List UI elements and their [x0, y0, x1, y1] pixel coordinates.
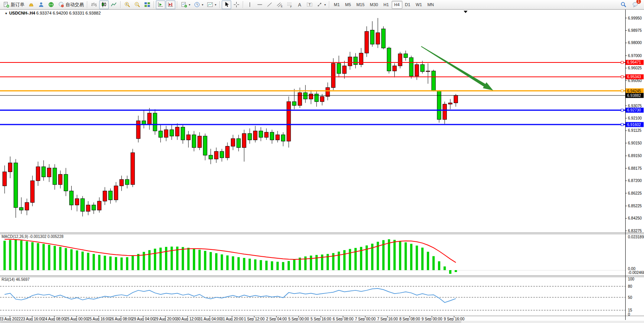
line-chart-button[interactable]: [109, 0, 119, 9]
timeframe-M30[interactable]: M30: [367, 1, 381, 9]
auto-scroll-button[interactable]: [156, 0, 165, 9]
horizontal-line-tool-button[interactable]: [255, 0, 265, 9]
timeframe-M1[interactable]: M1: [331, 1, 342, 9]
chart-dropdown-icon[interactable]: ▼: [5, 12, 8, 15]
trendline-tool-button[interactable]: [265, 0, 275, 9]
svg-text:24 Aug 08:00: 24 Aug 08:00: [43, 317, 66, 321]
level-line-handle[interactable]: [621, 75, 623, 78]
svg-text:6.97000: 6.97000: [628, 54, 642, 58]
svg-text:6.87200: 6.87200: [628, 179, 642, 183]
svg-text:23 Aug 2022: 23 Aug 2022: [0, 317, 21, 321]
crosshair-tool-button[interactable]: [232, 0, 241, 9]
text-tool-button[interactable]: A: [295, 0, 304, 9]
level-line-handle[interactable]: [621, 109, 623, 111]
chart-shift-button[interactable]: [166, 0, 175, 9]
timeframe-M15[interactable]: M15: [354, 1, 367, 9]
svg-text:6.91125: 6.91125: [628, 128, 642, 133]
autotrade-label: 自动交易: [65, 2, 84, 8]
svg-text:8 Sep 08:00: 8 Sep 08:00: [399, 317, 420, 321]
zoom-out-button[interactable]: [132, 0, 142, 9]
label-tool-button[interactable]: T: [305, 0, 314, 9]
chart-canvas[interactable]: 6.999506.989756.980006.970006.960256.950…: [0, 0, 644, 323]
notifications-button[interactable]: 1: [631, 0, 640, 9]
timeframe-M5[interactable]: M5: [342, 1, 353, 9]
chart-symbol: USDCNH-.H4: [9, 11, 35, 15]
zoom-in-button[interactable]: [123, 0, 132, 9]
fibonacci-tool-button[interactable]: F: [285, 0, 294, 9]
crosshair-icon: [233, 2, 240, 8]
tile-windows-button[interactable]: [142, 0, 152, 9]
line-chart-icon: [111, 2, 117, 8]
svg-text:6.96471: 6.96471: [627, 60, 641, 64]
svg-text:6.95343: 6.95343: [627, 75, 641, 79]
autotrade-button[interactable]: 自动交易: [56, 0, 85, 9]
toolbar-separator: [120, 1, 121, 8]
svg-text:9 Sep 00:00: 9 Sep 00:00: [422, 317, 442, 321]
chart-shift-marker[interactable]: [464, 11, 467, 13]
toolbar-separator: [219, 1, 220, 8]
timeframe-H4[interactable]: H4: [392, 1, 402, 9]
rsi-indicator-label: RSI(14) 46.5697: [2, 277, 29, 282]
toolbar-separator: [177, 1, 178, 8]
svg-text:6.98975: 6.98975: [628, 28, 642, 33]
scrollbar-thumb[interactable]: [0, 321, 461, 323]
candle-chart-button[interactable]: [99, 0, 109, 9]
svg-text:6.90150: 6.90150: [628, 141, 642, 145]
market-watch-button[interactable]: [26, 0, 36, 9]
new-chart-icon: [181, 2, 187, 8]
chart-shift-icon: [167, 2, 174, 8]
vertical-line-tool-button[interactable]: [245, 0, 255, 9]
svg-text:29 Aug 04:00: 29 Aug 04:00: [132, 317, 155, 321]
dropdown-caret-icon: ▾: [202, 3, 203, 7]
timeframe-MN[interactable]: MN: [425, 1, 436, 9]
bar-chart-button[interactable]: [89, 0, 99, 9]
shift-marker[interactable]: [464, 11, 467, 13]
bottom-scrollbar[interactable]: [0, 321, 644, 323]
svg-text:6.83275: 6.83275: [628, 229, 642, 233]
svg-text:0.023189: 0.023189: [628, 235, 644, 239]
level-line-handle[interactable]: [621, 123, 623, 126]
ohlc-close: 6.93882: [85, 11, 101, 15]
ohlc-high: 6.94200: [53, 11, 68, 15]
timeframe-D1[interactable]: D1: [402, 1, 413, 9]
level-line-handle[interactable]: [621, 61, 623, 64]
toolbar-separator: [243, 1, 244, 8]
svg-text:7 Sep 00:00: 7 Sep 00:00: [355, 317, 376, 321]
zoom-in-icon: [124, 2, 131, 8]
new-order-icon: [3, 2, 10, 8]
cursor-tool-button[interactable]: [222, 0, 231, 9]
profile-icon: [38, 2, 44, 8]
svg-text:100: 100: [628, 277, 634, 281]
price-axis[interactable]: 6.999506.989756.980006.970006.960256.950…: [625, 16, 644, 233]
svg-text:T: T: [309, 3, 311, 7]
trading-terminal-window: 新订单 自动交易: [0, 0, 644, 323]
svg-text:6.93075: 6.93075: [628, 104, 642, 108]
svg-text:80: 80: [628, 284, 633, 289]
search-button[interactable]: [619, 0, 628, 9]
new-order-button[interactable]: 新订单: [2, 0, 26, 9]
periods-button[interactable]: ▾: [192, 0, 205, 9]
svg-text:25 Aug 16:00: 25 Aug 16:00: [88, 317, 110, 321]
arrows-shapes-icon: [316, 2, 323, 8]
channel-tool-button[interactable]: E: [275, 0, 284, 9]
terminal-button[interactable]: [36, 0, 46, 9]
templates-button[interactable]: ▾: [205, 0, 218, 9]
level-line-handle[interactable]: [621, 90, 623, 92]
trendline-icon: [266, 2, 273, 8]
new-chart-button[interactable]: ▾: [179, 0, 192, 9]
auto-scroll-icon: [157, 2, 164, 8]
svg-text:50: 50: [628, 295, 633, 300]
arrows-tool-button[interactable]: ▾: [315, 0, 327, 9]
svg-text:31 Aug 04:00: 31 Aug 04:00: [199, 317, 221, 321]
timeframe-W1[interactable]: W1: [413, 1, 425, 9]
signals-button[interactable]: [46, 0, 56, 9]
bar-chart-icon: [91, 2, 97, 8]
horizontal-line-icon: [257, 2, 263, 8]
trend-arrow-shaft[interactable]: [421, 46, 486, 87]
time-axis[interactable]: 23 Aug 202223 Aug 16:0024 Aug 08:0025 Au…: [0, 316, 464, 321]
level-lines[interactable]: [0, 61, 625, 126]
svg-text:6.85225: 6.85225: [628, 204, 642, 208]
svg-text:1 Sep 12:00: 1 Sep 12:00: [244, 317, 265, 321]
timeframe-H1[interactable]: H1: [381, 1, 391, 9]
svg-text:5 Sep 16:00: 5 Sep 16:00: [311, 317, 331, 321]
